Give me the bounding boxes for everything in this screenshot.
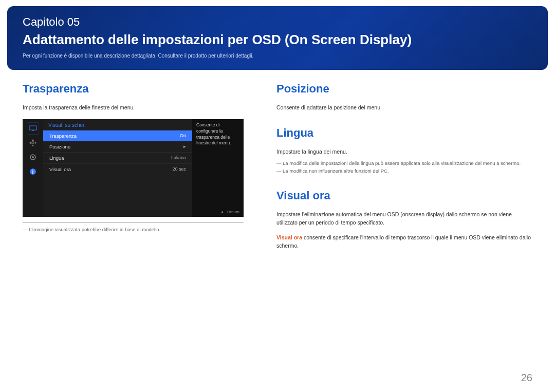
osd-row-visualora: Visual ora 20 sec [43,164,192,175]
trasparenza-heading: Trasparenza [23,82,244,96]
osd-row-value: ▸ [183,144,186,149]
triangle-left-icon: ◂ [221,210,223,214]
lingua-heading: Lingua [276,126,532,140]
lingua-desc: Impostare la lingua dei menu. [276,148,532,156]
monitor-icon [27,122,39,135]
osd-row-trasparenza: Trasparenza On [43,130,192,141]
trasparenza-desc: Imposta la trasparenza delle finestre de… [23,104,244,112]
page-title: Adattamento delle impostazioni per OSD (… [23,32,532,48]
move-icon [27,137,39,149]
osd-row-label: Trasparenza [49,133,77,139]
osd-help-text: Consente di configurare la trasparenza d… [196,122,239,147]
osd-row-label: Visual ora [49,166,71,172]
osd-row-lingua: Lingua Italiano [43,153,192,164]
osd-row-value: Italiano [171,155,186,160]
svg-text:i: i [32,169,34,175]
page-number: 26 [521,372,532,384]
osd-return-hint: ◂ Return [221,209,239,215]
osd-sidebar: i [23,119,43,217]
posizione-heading: Posizione [276,82,532,96]
visualora-desc2: Visual ora consente di specificare l'int… [276,234,532,250]
lingua-note2: La modifica non influenzerà altre funzio… [276,167,532,175]
svg-point-4 [32,156,34,158]
osd-row-value: 20 sec [172,166,186,172]
right-column: Posizione Consente di adattare la posizi… [276,82,532,257]
visualora-highlight: Visual ora [276,234,302,240]
osd-category-label: Visual. su scher. [43,119,192,130]
image-disclaimer-note: L'immagine visualizzata potrebbe differi… [23,226,244,233]
osd-row-posizione: Posizione ▸ [43,141,192,153]
chapter-label: Capitolo 05 [23,15,532,29]
osd-main-panel: Visual. su scher. Trasparenza On Posizio… [43,119,192,217]
info-icon: i [27,165,39,178]
content-area: Trasparenza Imposta la trasparenza delle… [0,70,555,257]
osd-help-panel: Consente di configurare la trasparenza d… [192,119,244,217]
osd-row-label: Lingua [49,155,64,161]
page-subtitle: Per ogni funzione è disponibile una desc… [23,53,532,59]
visualora-heading: Visual ora [276,189,532,202]
posizione-desc: Consente di adattare la posizione del me… [276,104,532,112]
divider [23,222,244,222]
chapter-header: Capitolo 05 Adattamento delle impostazio… [7,6,548,70]
gear-icon [27,151,39,163]
visualora-desc2-rest: consente di specificare l'intervallo di … [276,234,531,249]
osd-row-label: Posizione [49,144,70,150]
lingua-note1: La modifica delle impostazioni della lin… [276,159,532,167]
osd-return-label: Return [227,210,239,214]
svg-rect-0 [29,126,36,130]
svg-rect-1 [32,130,34,131]
svg-rect-2 [32,142,34,144]
left-column: Trasparenza Imposta la trasparenza delle… [23,82,244,257]
osd-row-value: On [180,133,186,138]
visualora-desc1: Impostare l'eliminazione automatica del … [276,211,532,227]
osd-screenshot: i Visual. su scher. Trasparenza On Posiz… [23,119,244,217]
